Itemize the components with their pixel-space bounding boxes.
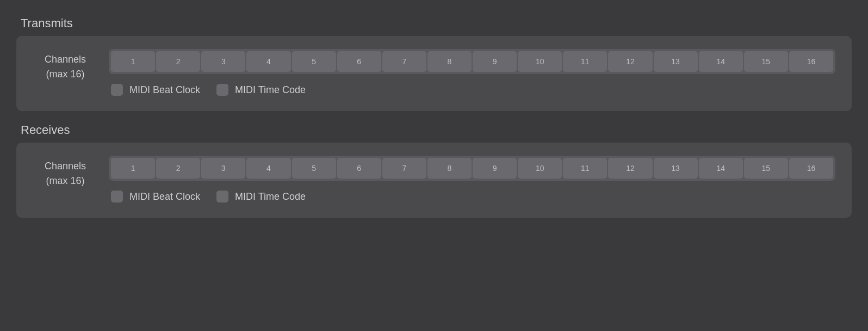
receives-channels-label: Channels (max 16): [33, 156, 98, 188]
transmits-midi-time-code-label: MIDI Time Code: [235, 84, 306, 96]
receives-midi-beat-clock-label: MIDI Beat Clock: [129, 191, 200, 203]
receives-label: Receives: [16, 123, 852, 137]
receives-ch-6[interactable]: 6: [337, 158, 381, 179]
transmits-midi-beat-clock-checkbox[interactable]: [111, 84, 123, 96]
transmits-midi-beat-clock-label: MIDI Beat Clock: [129, 84, 200, 96]
transmits-ch-15[interactable]: 15: [744, 51, 788, 72]
transmits-box: Channels (max 16) 1 2 3 4 5 6 7 8 9 10 1…: [16, 36, 852, 111]
transmits-row: Channels (max 16) 1 2 3 4 5 6 7 8 9 10 1…: [33, 49, 835, 96]
receives-ch-15[interactable]: 15: [744, 158, 788, 179]
transmits-midi-time-code-checkbox[interactable]: [216, 84, 228, 96]
receives-channel-buttons: 1 2 3 4 5 6 7 8 9 10 11 12 13 14 15 16: [109, 156, 835, 181]
receives-ch-7[interactable]: 7: [382, 158, 426, 179]
receives-ch-8[interactable]: 8: [427, 158, 472, 179]
transmits-checkboxes: MIDI Beat Clock MIDI Time Code: [109, 84, 835, 96]
receives-ch-10[interactable]: 10: [518, 158, 562, 179]
receives-ch-14[interactable]: 14: [699, 158, 743, 179]
receives-midi-time-code-label: MIDI Time Code: [235, 191, 306, 203]
receives-ch-1[interactable]: 1: [111, 158, 155, 179]
transmits-channels-content: 1 2 3 4 5 6 7 8 9 10 11 12 13 14 15 16: [109, 49, 835, 96]
receives-ch-16[interactable]: 16: [789, 158, 833, 179]
transmits-ch-2[interactable]: 2: [156, 51, 200, 72]
transmits-ch-8[interactable]: 8: [427, 51, 472, 72]
receives-checkboxes: MIDI Beat Clock MIDI Time Code: [109, 191, 835, 203]
transmits-ch-3[interactable]: 3: [201, 51, 245, 72]
transmits-ch-10[interactable]: 10: [518, 51, 562, 72]
transmits-ch-6[interactable]: 6: [337, 51, 381, 72]
receives-ch-4[interactable]: 4: [246, 158, 290, 179]
receives-ch-13[interactable]: 13: [654, 158, 698, 179]
transmits-channel-buttons: 1 2 3 4 5 6 7 8 9 10 11 12 13 14 15 16: [109, 49, 835, 74]
transmits-ch-4[interactable]: 4: [246, 51, 290, 72]
transmits-ch-1[interactable]: 1: [111, 51, 155, 72]
transmits-ch-16[interactable]: 16: [789, 51, 833, 72]
transmits-section: Transmits Channels (max 16) 1 2 3 4 5 6 …: [16, 16, 852, 111]
receives-ch-9[interactable]: 9: [473, 158, 517, 179]
receives-box: Channels (max 16) 1 2 3 4 5 6 7 8 9 10 1…: [16, 143, 852, 218]
transmits-ch-11[interactable]: 11: [563, 51, 607, 72]
receives-ch-12[interactable]: 12: [608, 158, 652, 179]
receives-midi-time-code-checkbox[interactable]: [216, 191, 228, 203]
receives-midi-beat-clock-checkbox[interactable]: [111, 191, 123, 203]
receives-section: Receives Channels (max 16) 1 2 3 4 5 6 7…: [16, 123, 852, 218]
transmits-ch-12[interactable]: 12: [608, 51, 652, 72]
transmits-ch-9[interactable]: 9: [473, 51, 517, 72]
receives-ch-3[interactable]: 3: [201, 158, 245, 179]
transmits-ch-14[interactable]: 14: [699, 51, 743, 72]
transmits-ch-5[interactable]: 5: [292, 51, 336, 72]
transmits-ch-13[interactable]: 13: [654, 51, 698, 72]
transmits-channels-label: Channels (max 16): [33, 49, 98, 82]
receives-channels-content: 1 2 3 4 5 6 7 8 9 10 11 12 13 14 15 16: [109, 156, 835, 203]
receives-midi-time-code-item: MIDI Time Code: [216, 191, 306, 203]
transmits-midi-beat-clock-item: MIDI Beat Clock: [111, 84, 200, 96]
receives-ch-11[interactable]: 11: [563, 158, 607, 179]
transmits-label: Transmits: [16, 16, 852, 30]
transmits-midi-time-code-item: MIDI Time Code: [216, 84, 306, 96]
receives-ch-2[interactable]: 2: [156, 158, 200, 179]
receives-ch-5[interactable]: 5: [292, 158, 336, 179]
transmits-ch-7[interactable]: 7: [382, 51, 426, 72]
receives-row: Channels (max 16) 1 2 3 4 5 6 7 8 9 10 1…: [33, 156, 835, 203]
receives-midi-beat-clock-item: MIDI Beat Clock: [111, 191, 200, 203]
